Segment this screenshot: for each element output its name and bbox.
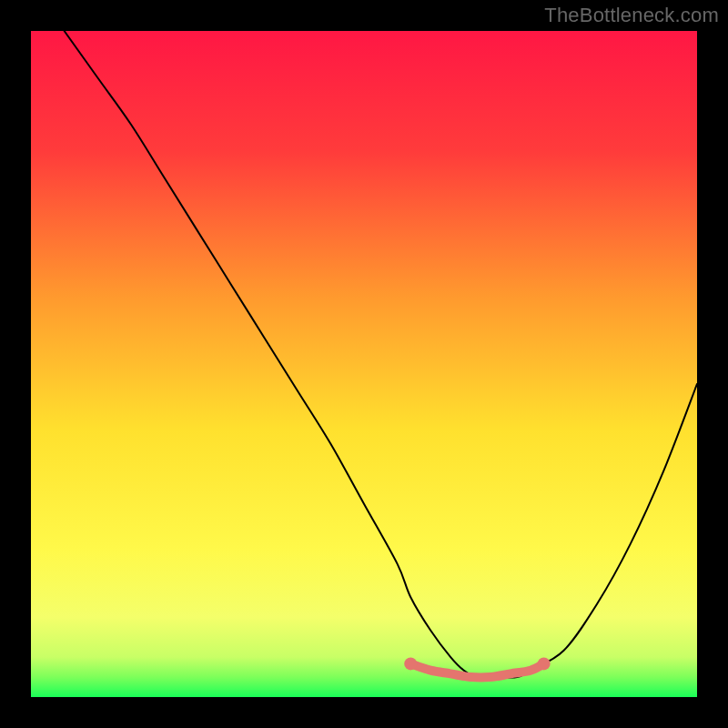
optimal-zone-end-dot <box>538 657 551 670</box>
chart-curve-layer <box>31 31 697 697</box>
optimal-zone-marker <box>410 663 543 677</box>
chart-plot-area <box>31 31 697 697</box>
watermark-text: TheBottleneck.com <box>544 4 719 27</box>
bottleneck-curve <box>65 31 697 678</box>
optimal-zone-end-dot <box>404 657 417 670</box>
